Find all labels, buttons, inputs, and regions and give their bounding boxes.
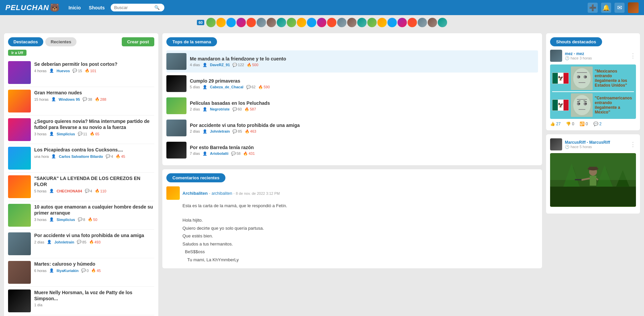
post-thumbnail[interactable]: [8, 232, 31, 255]
post-user[interactable]: Johnletrain: [54, 240, 74, 244]
shout-username-1[interactable]: mez - mez: [565, 51, 627, 56]
top-title[interactable]: Cumplo 29 primaveras: [190, 78, 538, 84]
search-input[interactable]: [114, 5, 154, 10]
strip-avatar[interactable]: [297, 18, 306, 27]
post-title[interactable]: ¿Seguro quieres novia? Mina interrumpe p…: [34, 118, 154, 130]
top-thumbnail[interactable]: [166, 97, 186, 114]
post-title[interactable]: Gran Hermano nudes: [34, 90, 154, 96]
shout-like-btn[interactable]: 👍 27: [550, 122, 560, 126]
strip-avatar[interactable]: [267, 18, 276, 27]
strip-avatar[interactable]: [327, 18, 336, 27]
strip-avatar[interactable]: [216, 18, 226, 27]
comments-icon: 💬: [85, 189, 90, 193]
strip-avatar[interactable]: [397, 18, 407, 27]
post-user[interactable]: Windows 95: [59, 97, 80, 101]
top-thumbnail[interactable]: [166, 75, 186, 92]
post-meta: una hora 👤 Carlos Salvattore Bilardo 💬 4…: [34, 154, 154, 159]
shout-dislike-btn[interactable]: 👎 0: [566, 122, 574, 126]
top-title[interactable]: Películas basadas en los Peluchads: [190, 100, 538, 106]
strip-avatar[interactable]: [438, 18, 447, 27]
post-meta: 5 horas 👤 CHECHONA84 💬 4 🔥 110: [34, 189, 154, 193]
shout-username-2[interactable]: MarcusRiff - MarcusRiff: [565, 140, 627, 145]
comment-block: Archibaliten - archibaliten · 8 de nov. …: [166, 186, 538, 263]
top-user[interactable]: Cabeza_de_Chacal: [210, 85, 244, 89]
strip-avatar[interactable]: [377, 18, 387, 27]
top-thumbnail[interactable]: [166, 120, 186, 136]
strip-avatar[interactable]: [418, 18, 427, 27]
top-title[interactable]: Por accidente vi una foto prohibida de u…: [190, 123, 538, 128]
add-icon[interactable]: ➕: [588, 3, 598, 13]
strip-avatar[interactable]: [428, 18, 437, 27]
search-bar[interactable]: 🔍: [111, 4, 164, 11]
top-user[interactable]: Ariobolatti: [210, 151, 228, 155]
user-icon: 👤: [49, 132, 54, 136]
post-title[interactable]: Muere Nelly Horsman, la voz de Patty de …: [34, 289, 154, 302]
post-title[interactable]: "SAKURA" LA LEYENDA DE LOS CEREZOS EN FL…: [34, 175, 154, 187]
post-thumbnail[interactable]: [8, 147, 31, 170]
comment-handle[interactable]: archibaliten: [212, 191, 232, 196]
notification-icon[interactable]: 🔔: [601, 3, 611, 13]
strip-avatar[interactable]: [287, 18, 296, 27]
user-avatar-nav[interactable]: [628, 2, 639, 13]
post-thumbnail[interactable]: [8, 118, 31, 141]
top-user[interactable]: Negrotriste: [210, 107, 230, 111]
top-title[interactable]: Por esto Barreda tenía razón: [190, 145, 538, 150]
top-thumbnail[interactable]: [166, 142, 186, 159]
post-title[interactable]: 10 autos que enamoran a cualquier hombre…: [34, 204, 154, 216]
nav-inicio[interactable]: Inicio: [65, 4, 84, 12]
search-icon[interactable]: 🔍: [154, 5, 160, 10]
shout-repost-btn[interactable]: 🔁 0: [580, 122, 588, 126]
strip-avatar[interactable]: [337, 18, 346, 27]
top-user[interactable]: Johnletrain: [210, 129, 230, 133]
post-thumbnail[interactable]: [8, 204, 31, 227]
shout-menu-2[interactable]: ⋮: [630, 141, 636, 148]
nav-shouts[interactable]: Shouts: [86, 4, 108, 12]
strip-avatar[interactable]: [307, 18, 316, 27]
comment-username[interactable]: Archibaliten: [182, 191, 208, 196]
top-title[interactable]: Me mandaron a la friendzone y te lo cuen…: [190, 56, 538, 61]
create-post-button[interactable]: Crear post: [122, 37, 154, 46]
post-thumbnail[interactable]: [8, 90, 31, 112]
strip-avatar[interactable]: [277, 18, 286, 27]
tab-recientes[interactable]: Recientes: [45, 37, 76, 46]
go-uff-badge[interactable]: Ir a Uff: [8, 50, 26, 56]
post-thumbnail[interactable]: [8, 175, 31, 198]
post-user[interactable]: IliyaKuriakin: [57, 269, 78, 273]
post-user[interactable]: Simplicius: [57, 132, 75, 136]
shout-avatar-2[interactable]: [550, 138, 562, 150]
post-thumbnail[interactable]: [8, 261, 31, 284]
strip-avatar[interactable]: [247, 18, 256, 27]
shout-menu-1[interactable]: ⋮: [630, 52, 636, 59]
post-user[interactable]: Huevos: [57, 69, 70, 73]
post-thumbnail[interactable]: [8, 289, 31, 312]
strip-avatar[interactable]: [387, 18, 397, 27]
strip-avatar[interactable]: [357, 18, 367, 27]
post-title[interactable]: Se deberían permitir los post cortos?: [34, 61, 154, 67]
message-icon[interactable]: ✉: [614, 3, 625, 13]
strip-avatar[interactable]: [236, 18, 246, 27]
strip-avatar[interactable]: [317, 18, 326, 27]
strip-avatar[interactable]: [226, 18, 236, 27]
shout-comments-btn[interactable]: 💬 2: [593, 122, 602, 126]
top-thumbnail[interactable]: [166, 53, 186, 70]
post-user[interactable]: Simplicius: [57, 218, 75, 222]
strip-avatar[interactable]: [347, 18, 357, 27]
top-meta: 2 días 👤 Negrotriste 💬 60 🔥 587: [190, 107, 538, 111]
post-user[interactable]: Carlos Salvattore Bilardo: [59, 154, 103, 159]
post-title[interactable]: Martes: caluroso y húmedo: [34, 261, 154, 267]
brand[interactable]: PELUCHAN 🐻: [5, 3, 60, 12]
top-user[interactable]: DaveRZ_91: [210, 63, 230, 67]
shout-avatar-1[interactable]: [550, 50, 562, 62]
clock-icon: 🕐: [565, 56, 570, 60]
post-title[interactable]: Por accidente vi una foto prohibida de u…: [34, 232, 154, 238]
post-user[interactable]: CHECHONA84: [57, 189, 82, 193]
post-thumbnail[interactable]: [8, 61, 31, 84]
strip-avatar[interactable]: [367, 18, 377, 27]
comments-icon: 💬: [72, 69, 77, 73]
strip-avatar[interactable]: [408, 18, 417, 27]
tab-destacados[interactable]: Destacados: [8, 37, 43, 46]
thumbs-down-icon: 👎: [566, 122, 571, 126]
post-title[interactable]: Los Picapiedras contra los Cucksons....: [34, 147, 154, 153]
strip-avatar[interactable]: [257, 18, 266, 27]
strip-avatar[interactable]: [206, 18, 216, 27]
